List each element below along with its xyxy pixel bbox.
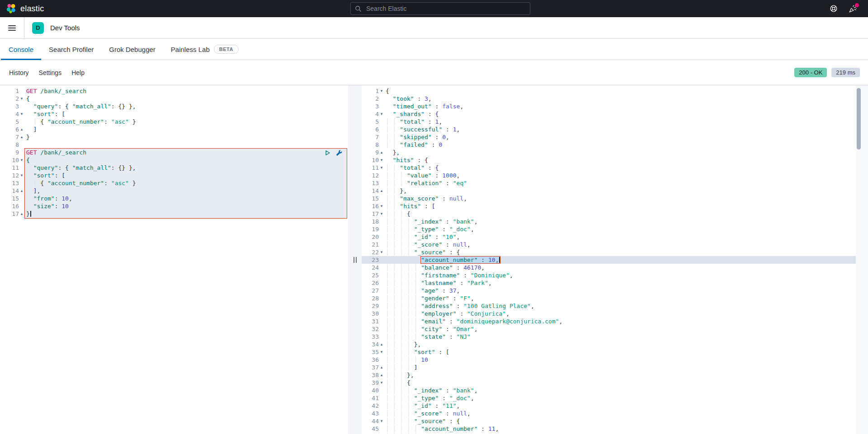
help-button[interactable]	[830, 5, 838, 13]
code-line[interactable]: 29│ │ │ │ │ "address" : "100 Gatling Pla…	[362, 302, 868, 310]
fold-toggle-icon[interactable]: ▾	[379, 164, 384, 172]
tab-grok-debugger[interactable]: Grok Debugger	[101, 39, 163, 60]
toolbar-link-settings[interactable]: Settings	[39, 69, 62, 76]
fold-toggle-icon[interactable]: ▴	[379, 341, 384, 348]
code-line[interactable]: 10▾{	[0, 156, 348, 164]
code-line[interactable]: 8	[0, 141, 348, 149]
code-line[interactable]: 4▾ "sort": [	[0, 110, 348, 118]
code-line[interactable]: 39▾│ │ │ {	[362, 379, 868, 387]
code-line[interactable]: 7▴}	[0, 133, 348, 141]
fold-toggle-icon[interactable]: ▾	[19, 156, 24, 164]
fold-toggle-icon[interactable]: ▾	[379, 348, 384, 356]
code-line[interactable]: 1GET /bank/_search	[0, 87, 348, 95]
code-line[interactable]: 44▾│ │ │ │ "_source" : {	[362, 417, 868, 425]
code-line[interactable]: 11 "query": { "match_all": {} },	[0, 164, 348, 172]
global-search[interactable]	[350, 2, 530, 15]
code-line[interactable]: 3 "timed_out" : false,	[362, 103, 868, 110]
response-viewer[interactable]: 1▾{2 "took" : 3,3 "timed_out" : false,4▾…	[362, 85, 868, 434]
fold-toggle-icon[interactable]: ▾	[379, 202, 384, 210]
code-line[interactable]: 17▴}	[0, 210, 348, 218]
code-line[interactable]: 4▾ "_shards" : {	[362, 110, 868, 118]
code-line[interactable]: 3 "query": { "match_all": {} },	[0, 103, 348, 110]
fold-toggle-icon[interactable]: ▾	[19, 110, 24, 118]
code-line[interactable]: 37▴│ │ │ │ ]	[362, 364, 868, 371]
code-line[interactable]: 12▾ "sort": [	[0, 172, 348, 179]
fold-toggle-icon[interactable]: ▾	[379, 210, 384, 218]
fold-toggle-icon[interactable]: ▾	[379, 110, 384, 118]
fold-toggle-icon[interactable]: ▴	[19, 210, 24, 218]
toolbar-link-history[interactable]: History	[9, 69, 29, 76]
space-avatar[interactable]: D	[32, 22, 44, 34]
code-line[interactable]: 31│ │ │ │ │ "email" : "dominiquepark@con…	[362, 317, 868, 325]
tab-painless-lab[interactable]: Painless LabBETA	[163, 39, 246, 60]
fold-toggle-icon[interactable]: ▴	[19, 187, 24, 195]
code-line[interactable]: 15 "from": 10,	[0, 195, 348, 202]
code-line[interactable]: 35▾│ │ │ │ "sort" : [	[362, 348, 868, 356]
code-line[interactable]: 32│ │ │ │ │ "city" : "Omar",	[362, 325, 868, 333]
code-line[interactable]: 11▾│ │ "total" : {	[362, 164, 868, 172]
code-line[interactable]: 14▴│ │ },	[362, 187, 868, 195]
code-line[interactable]: 6▴ ]	[0, 126, 348, 133]
code-line[interactable]: 14▴ ],	[0, 187, 348, 195]
code-line[interactable]: 15│ │ "max_score" : null,	[362, 195, 868, 202]
tab-search-profiler[interactable]: Search Profiler	[41, 39, 101, 60]
fold-toggle-icon[interactable]: ▾	[379, 87, 384, 95]
elastic-logo[interactable]: elastic	[6, 4, 44, 14]
code-line[interactable]: 10▾ "hits" : {	[362, 156, 868, 164]
code-line[interactable]: 2▾{	[0, 95, 348, 103]
code-line[interactable]: 13 │ { "account_number": "asc" }	[0, 179, 348, 187]
scrollbar-thumb[interactable]	[857, 88, 861, 149]
code-line[interactable]: 43│ │ │ │ "_score" : null,	[362, 410, 868, 417]
menu-button[interactable]	[0, 17, 24, 38]
fold-toggle-icon[interactable]: ▾	[379, 379, 384, 387]
request-editor[interactable]: 1GET /bank/_search2▾{3 "query": { "match…	[0, 85, 348, 434]
tab-console[interactable]: Console	[1, 39, 41, 60]
code-line[interactable]: 36│ │ │ │ │ 10	[362, 356, 868, 364]
code-line[interactable]: 7│ │ "skipped" : 0,	[362, 133, 868, 141]
panel-resizer[interactable]	[348, 85, 362, 434]
fold-toggle-icon[interactable]: ▴	[19, 133, 24, 141]
code-line[interactable]: 34▴│ │ │ │ },	[362, 341, 868, 348]
fold-toggle-icon[interactable]: ▾	[379, 248, 384, 256]
code-line[interactable]: 28│ │ │ │ │ "gender" : "F",	[362, 294, 868, 302]
code-line[interactable]: 33│ │ │ │ │ "state" : "NJ"	[362, 333, 868, 341]
code-line[interactable]: 30│ │ │ │ │ "employer" : "Conjurica",	[362, 310, 868, 317]
code-line[interactable]: 42│ │ │ │ "_id" : "11",	[362, 402, 868, 410]
newsfeed-button[interactable]	[849, 5, 857, 13]
fold-toggle-icon[interactable]: ▾	[19, 95, 24, 103]
code-line[interactable]: 27│ │ │ │ │ "age" : 37,	[362, 287, 868, 294]
code-line[interactable]: 45│ │ │ │ │ "account_number" : 11,	[362, 425, 868, 433]
code-line[interactable]: 9GET /bank/_search	[0, 149, 348, 156]
code-line[interactable]: 8│ │ "failed" : 0	[362, 141, 868, 149]
code-line[interactable]: 21│ │ │ │ "_score" : null,	[362, 241, 868, 248]
code-line[interactable]: 5 │ { "account_number": "asc" }	[0, 118, 348, 126]
fold-toggle-icon[interactable]: ▴	[379, 149, 384, 156]
code-line[interactable]: 24│ │ │ │ │ "balance" : 46170,	[362, 264, 868, 271]
code-line[interactable]: 2 "took" : 3,	[362, 95, 868, 103]
code-line[interactable]: 40│ │ │ │ "_index" : "bank",	[362, 387, 868, 394]
fold-toggle-icon[interactable]: ▴	[379, 371, 384, 379]
code-line[interactable]: 12│ │ │ "value" : 1000,	[362, 172, 868, 179]
code-line[interactable]: 19│ │ │ │ "_type" : "_doc",	[362, 225, 868, 233]
response-scrollbar[interactable]	[856, 85, 868, 434]
code-line[interactable]: 41│ │ │ │ "_type" : "_doc",	[362, 394, 868, 402]
code-line[interactable]: 9▴ },	[362, 149, 868, 156]
code-line[interactable]: 1▾{	[362, 87, 868, 95]
code-line[interactable]: 38▴│ │ │ },	[362, 371, 868, 379]
code-line[interactable]: 6│ │ "successful" : 1,	[362, 126, 868, 133]
search-input[interactable]	[365, 5, 526, 13]
code-line[interactable]: 18│ │ │ │ "_index" : "bank",	[362, 218, 868, 225]
fold-toggle-icon[interactable]: ▾	[19, 172, 24, 179]
code-line[interactable]: 17▾│ │ │ {	[362, 210, 868, 218]
fold-toggle-icon[interactable]: ▴	[379, 364, 384, 371]
code-line[interactable]: 16▾│ │ "hits" : [	[362, 202, 868, 210]
fold-toggle-icon[interactable]: ▾	[379, 156, 384, 164]
code-line[interactable]: 16 "size": 10	[0, 202, 348, 210]
code-line[interactable]: 20│ │ │ │ "_id" : "10",	[362, 233, 868, 241]
toolbar-link-help[interactable]: Help	[71, 69, 85, 76]
code-line[interactable]: 25│ │ │ │ │ "firstname" : "Dominique",	[362, 271, 868, 279]
code-line[interactable]: 26│ │ │ │ │ "lastname" : "Park",	[362, 279, 868, 287]
code-line[interactable]: 5│ │ "total" : 1,	[362, 118, 868, 126]
fold-toggle-icon[interactable]: ▴	[379, 187, 384, 195]
fold-toggle-icon[interactable]: ▾	[379, 417, 384, 425]
